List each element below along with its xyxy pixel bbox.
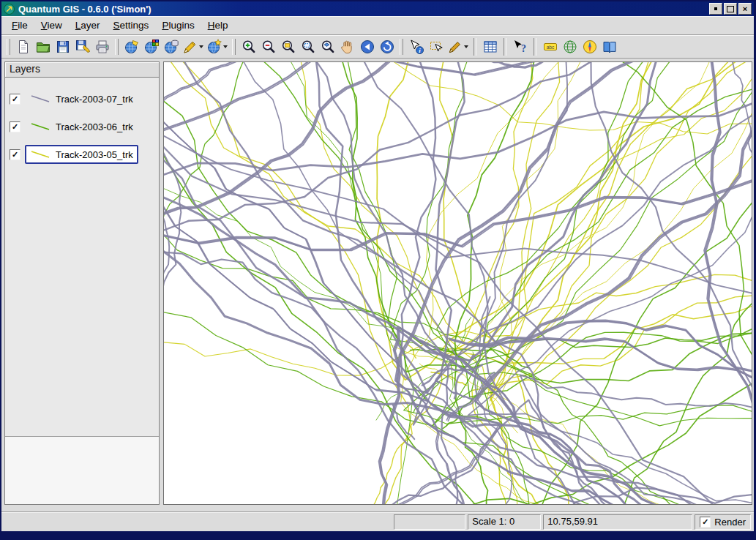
- add-postgis-layer-button[interactable]: [161, 37, 181, 56]
- toolbar-handle[interactable]: [232, 39, 236, 55]
- menu-mnemonic: H: [208, 20, 215, 31]
- whats-this-button[interactable]: ?: [510, 37, 530, 56]
- toolbar-separator: [534, 38, 536, 56]
- titlebar[interactable]: Quantum GIS - 0.6.0 ('Simon') ×: [1, 1, 754, 16]
- menu-mnemonic: S: [113, 20, 120, 31]
- window-buttons: ×: [709, 3, 752, 15]
- close-button[interactable]: ×: [738, 3, 752, 15]
- proj-icon: [562, 39, 578, 55]
- map-canvas[interactable]: [163, 61, 752, 505]
- docs-icon: [602, 39, 618, 55]
- qgis-homepage-button[interactable]: [599, 37, 619, 56]
- pan-map-button[interactable]: [337, 37, 357, 56]
- help-contents-button[interactable]: [580, 37, 599, 56]
- gps-track: [541, 200, 752, 504]
- zoom-out-button[interactable]: [258, 37, 278, 56]
- toolbar: i?abc: [1, 35, 754, 59]
- new-vector-layer-button[interactable]: [181, 37, 205, 56]
- layer-item[interactable]: ✓Track-2003-06_trk: [7, 116, 156, 138]
- add-wms-layer-button[interactable]: [205, 37, 229, 56]
- layer-visibility-checkbox[interactable]: ✓: [10, 121, 20, 132]
- save-project-as-button[interactable]: [72, 37, 92, 56]
- mag-full-icon: [280, 39, 296, 55]
- gps-track: [164, 62, 656, 361]
- show-labels-button[interactable]: abc: [540, 37, 560, 56]
- new-project-button[interactable]: [13, 37, 33, 56]
- add-raster-layer-button[interactable]: [141, 37, 161, 56]
- layer-entry[interactable]: Track-2003-07_trk: [25, 89, 138, 108]
- toolbar-handle[interactable]: [400, 39, 403, 55]
- scale-display: Scale 1: 0: [468, 514, 541, 530]
- menu-settings[interactable]: Settings: [107, 18, 156, 33]
- render-toggle[interactable]: ✓ Render: [695, 514, 751, 530]
- map-tracks-svg: [164, 62, 752, 504]
- layer-symbol: [28, 147, 53, 162]
- layer-entry[interactable]: Track-2003-05_trk: [25, 145, 138, 164]
- progress-box: [394, 514, 465, 530]
- open-project-button[interactable]: [33, 37, 53, 56]
- measure-line-button[interactable]: [446, 37, 470, 56]
- layer-entry[interactable]: Track-2003-06_trk: [25, 117, 138, 136]
- layer-item[interactable]: ✓Track-2003-07_trk: [7, 88, 156, 110]
- menu-help[interactable]: Help: [201, 18, 235, 33]
- save-project-button[interactable]: [53, 37, 72, 56]
- maximize-button[interactable]: [724, 3, 737, 15]
- identify-icon: i: [408, 39, 424, 55]
- menu-mnemonic: F: [12, 20, 18, 31]
- zoom-previous-button[interactable]: [357, 37, 377, 56]
- custom-projection-button[interactable]: [560, 37, 580, 56]
- compass-icon: [582, 39, 598, 55]
- open-attribute-table-button[interactable]: [480, 37, 500, 56]
- mag-select-icon: [300, 39, 316, 55]
- add-vector-layer-button[interactable]: [121, 37, 141, 56]
- print-button[interactable]: [92, 37, 112, 56]
- toolbar-separator: [474, 38, 476, 56]
- mag-plus-icon: [241, 39, 257, 55]
- close-icon: ×: [743, 5, 747, 13]
- menu-plugins[interactable]: Plugins: [155, 18, 201, 33]
- minimize-button[interactable]: [709, 3, 722, 15]
- svg-text:?: ?: [521, 42, 526, 53]
- gps-track: [164, 120, 464, 504]
- layer-item[interactable]: ✓Track-2003-05_trk: [7, 143, 156, 165]
- maximize-icon: [727, 6, 734, 12]
- mag-layer-icon: [320, 39, 336, 55]
- menu-view[interactable]: View: [34, 18, 69, 33]
- menu-layer[interactable]: Layer: [69, 18, 107, 33]
- legend-empty-area: [5, 436, 159, 504]
- zoom-in-button[interactable]: [239, 37, 258, 56]
- dropdown-caret-icon[interactable]: [223, 45, 228, 48]
- menu-file[interactable]: File: [5, 18, 34, 33]
- layer-visibility-checkbox[interactable]: ✓: [10, 94, 20, 105]
- select-features-button[interactable]: [426, 37, 446, 56]
- nav-back-icon: [359, 39, 375, 55]
- coordinate-display: 10.75,59.91: [543, 514, 692, 530]
- refresh-map-button[interactable]: [377, 37, 397, 56]
- menu-mnemonic: L: [75, 20, 81, 31]
- identify-features-button[interactable]: i: [406, 37, 426, 56]
- dropdown-caret-icon[interactable]: [199, 45, 203, 48]
- mag-minus-icon: [261, 39, 277, 55]
- floppy-icon: [55, 39, 71, 55]
- svg-text:abc: abc: [546, 44, 554, 49]
- gps-track: [316, 62, 465, 393]
- minimize-icon: [714, 7, 717, 10]
- toolbar-handle[interactable]: [7, 39, 10, 55]
- layers-panel-title: Layers: [5, 62, 159, 78]
- render-checkbox[interactable]: ✓: [700, 517, 711, 528]
- gps-track: [706, 62, 752, 436]
- dropdown-caret-icon[interactable]: [464, 45, 468, 48]
- page-icon: [15, 39, 31, 55]
- menu-mnemonic: V: [41, 20, 48, 31]
- layer-label: Track-2003-07_trk: [56, 94, 133, 105]
- zoom-to-layer-button[interactable]: [318, 37, 337, 56]
- select-icon: [428, 39, 444, 55]
- layer-visibility-checkbox[interactable]: ✓: [10, 149, 20, 160]
- zoom-full-extent-button[interactable]: [278, 37, 298, 56]
- layer-symbol: [28, 119, 53, 134]
- gps-track: [290, 62, 413, 504]
- zoom-to-selection-button[interactable]: [298, 37, 318, 56]
- statusbar: Scale 1: 0 10.75,59.91 ✓ Render: [1, 511, 754, 531]
- pen-icon: [447, 39, 463, 55]
- toolbar-handle[interactable]: [115, 39, 119, 55]
